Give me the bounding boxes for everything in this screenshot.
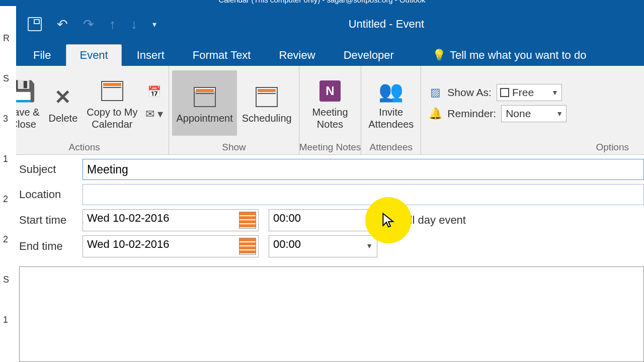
event-form: Subject Location Start time Wed 10-02-20… — [0, 155, 644, 362]
redo-icon[interactable]: ↷ — [83, 17, 94, 32]
appointment-label: Appointment — [176, 112, 232, 124]
location-input[interactable] — [83, 184, 644, 205]
scheduling-label: Scheduling — [242, 112, 292, 124]
appointment-icon — [194, 82, 216, 112]
invite-attendees-label: Invite Attendees — [368, 106, 414, 130]
invite-attendees-button[interactable]: 👥 Invite Attendees — [364, 70, 418, 136]
window-title: Untitled - Event — [349, 18, 424, 31]
end-date-picker-icon[interactable] — [239, 238, 256, 255]
show-group-label: Show — [169, 140, 298, 154]
ribbon-group-actions: 💾 Save & Close ✕ Delete Copy to My Calen… — [0, 66, 169, 154]
options-group-label: Options — [421, 140, 644, 154]
background-calendar-edge: RS3122S1 — [0, 6, 16, 362]
undo-icon[interactable]: ↶ — [57, 17, 68, 32]
forward-small-icon[interactable]: ✉ ▾ — [144, 105, 164, 124]
reminder-dropdown[interactable]: None ▼ — [501, 105, 567, 122]
tell-me-search[interactable]: 💡 Tell me what you want to do — [419, 45, 599, 66]
chevron-down-icon: ▼ — [551, 88, 558, 97]
start-time-label: Start time — [19, 214, 83, 227]
delete-label: Delete — [48, 112, 77, 124]
start-time-input[interactable]: 00:00 ▼ — [269, 209, 377, 231]
attendees-group-label: Attendees — [361, 140, 421, 154]
start-date-picker-icon[interactable] — [239, 212, 256, 229]
meeting-notes-label: Meeting Notes — [312, 106, 348, 130]
ribbon-tabs: File Event Insert Format Text Review Dev… — [0, 42, 644, 66]
all-day-label: All day event — [403, 214, 466, 227]
next-item-icon[interactable]: ↓ — [131, 17, 137, 32]
subject-label: Subject — [19, 163, 83, 176]
tell-me-label: Tell me what you want to do — [450, 49, 586, 62]
start-date-value: Wed 10-02-2016 — [87, 212, 170, 224]
event-body-textarea[interactable] — [19, 266, 644, 362]
show-as-label: Show As: — [447, 86, 492, 99]
tab-format-text[interactable]: Format Text — [180, 45, 264, 66]
save-icon[interactable] — [28, 17, 42, 31]
meeting-notes-group-label: Meeting Notes — [299, 140, 361, 154]
copy-to-calendar-button[interactable]: Copy to My Calendar — [83, 70, 141, 136]
meeting-notes-button[interactable]: N Meeting Notes — [308, 70, 352, 136]
reminder-label: Reminder: — [447, 108, 496, 120]
show-as-value: Free — [512, 86, 534, 98]
outlook-titlebar: Calendar (This computer only) - sagar@so… — [0, 0, 644, 6]
actions-group-label: Actions — [0, 140, 169, 154]
quick-access-toolbar: ↶ ↷ ↑ ↓ ▾ Untitled - Event — [0, 6, 644, 42]
end-time-value: 00:00 — [273, 238, 301, 250]
reminder-bell-icon: 🔔 — [428, 107, 442, 121]
end-time-input[interactable]: 00:00 ▼ — [269, 235, 377, 257]
scheduling-icon — [256, 82, 278, 112]
chevron-down-icon: ▼ — [366, 242, 373, 250]
location-label: Location — [19, 188, 83, 201]
copy-calendar-icon — [101, 76, 123, 106]
qat-customize-icon[interactable]: ▾ — [152, 20, 156, 29]
ribbon-group-show: Appointment Scheduling Show — [169, 66, 299, 154]
end-time-label: End time — [19, 240, 83, 253]
ribbon: 💾 Save & Close ✕ Delete Copy to My Calen… — [0, 66, 644, 155]
tab-file[interactable]: File — [20, 45, 64, 66]
delete-icon: ✕ — [54, 82, 71, 112]
copy-calendar-label: Copy to My Calendar — [87, 106, 137, 130]
people-icon: 👥 — [378, 76, 404, 106]
calendar-small-icon[interactable]: 📅 — [144, 82, 164, 102]
ribbon-group-attendees: 👥 Invite Attendees Attendees — [361, 66, 421, 154]
tab-insert[interactable]: Insert — [124, 45, 178, 66]
show-as-dropdown[interactable]: Free ▼ — [497, 84, 562, 101]
reminder-value: None — [506, 108, 531, 119]
show-as-icon: ▨ — [428, 85, 442, 100]
chevron-down-icon: ▼ — [556, 110, 563, 118]
tab-review[interactable]: Review — [266, 45, 329, 66]
cursor-icon — [380, 212, 396, 228]
end-date-input[interactable]: Wed 10-02-2016 — [83, 235, 259, 257]
tab-event[interactable]: Event — [66, 44, 121, 66]
ribbon-group-meeting-notes: N Meeting Notes Meeting Notes — [299, 66, 362, 154]
appointment-button[interactable]: Appointment — [172, 70, 236, 136]
delete-button[interactable]: ✕ Delete — [44, 70, 82, 136]
tutorial-highlight — [365, 197, 412, 243]
subject-input[interactable] — [83, 159, 644, 180]
scheduling-button[interactable]: Scheduling — [238, 70, 296, 136]
bulb-icon: 💡 — [432, 49, 446, 62]
tab-developer[interactable]: Developer — [331, 45, 407, 66]
start-date-input[interactable]: Wed 10-02-2016 — [83, 209, 259, 231]
onenote-icon: N — [319, 76, 341, 106]
start-time-value: 00:00 — [273, 212, 301, 224]
end-date-value: Wed 10-02-2016 — [87, 238, 170, 250]
ribbon-group-options: ▨ Show As: Free ▼ 🔔 Reminder: None ▼ — [421, 66, 644, 154]
previous-item-icon[interactable]: ↑ — [109, 17, 116, 32]
